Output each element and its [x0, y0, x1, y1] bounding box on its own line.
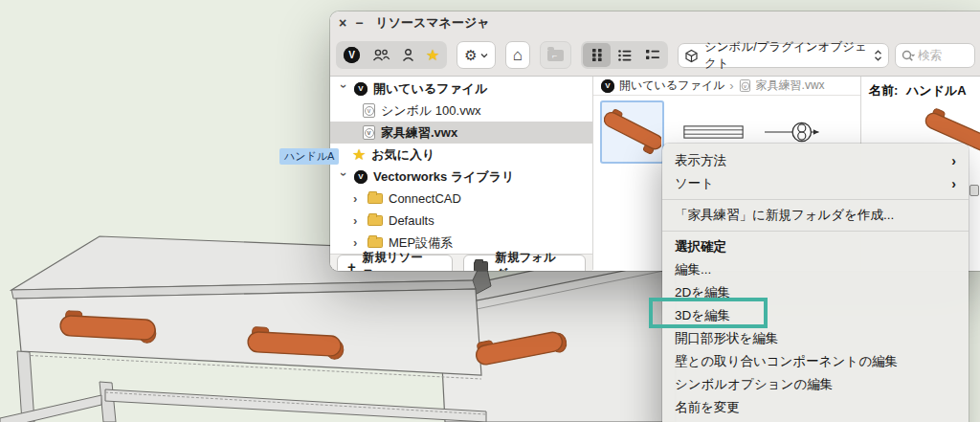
workgroup-libraries-icon[interactable]: [371, 48, 390, 62]
source-filter-group: V ★: [336, 41, 447, 69]
symbol-3d-handle-preview: [604, 104, 661, 160]
vwx-file-icon: [363, 103, 375, 118]
sidebar-item-open-files[interactable]: › V 開いているファイル: [330, 78, 592, 100]
vectorworks-libraries-icon[interactable]: V: [344, 47, 360, 63]
home-icon: ⌂: [513, 46, 523, 65]
name-label: 名前:: [869, 83, 898, 98]
symbol-thumb-handle-a[interactable]: [600, 100, 664, 164]
menu-item-confirm-selection[interactable]: 選択確定: [662, 235, 969, 258]
screenshot-root: × − リソースマネージャ V ★ ⚙: [0, 0, 980, 422]
menu-item-view-options[interactable]: 表示方法 ›: [662, 149, 969, 172]
folder-icon: [368, 193, 383, 204]
annotation-highlight: [649, 298, 768, 328]
search-icon: [902, 50, 915, 62]
tree-item-label: Vectorworks ライブラリ: [373, 168, 514, 186]
partial-resource-icon: [969, 185, 979, 196]
menu-item-rename[interactable]: 名前を変更: [662, 396, 969, 419]
vwx-file-icon: [740, 79, 750, 92]
sidebar-item-connectcad[interactable]: › ConnectCAD: [330, 188, 592, 210]
sidebar-item-kagu-renshu-file[interactable]: 家具練習.vwx: [330, 122, 592, 144]
toolbar: V ★ ⚙ ⌂: [330, 34, 980, 77]
symbol-name-tag[interactable]: ハンドルA: [279, 148, 339, 165]
name-value: ハンドルA: [906, 83, 967, 98]
menu-separator: [662, 199, 969, 200]
vectorworks-icon: V: [354, 170, 368, 184]
vectorworks-icon: V: [601, 79, 614, 93]
detail-view-icon: [646, 50, 659, 60]
resource-type-label: シンボル/プラグインオブジェクト: [704, 39, 868, 72]
breadcrumb: V 開いているファイル › 家具練習.vwx: [593, 77, 860, 96]
folder-up-icon: ⌐: [547, 50, 564, 61]
view-mode-thumbnails[interactable]: [583, 43, 611, 67]
tree-item-label: 家具練習.vwx: [381, 124, 457, 142]
tree-item-label: MEP設備系: [389, 234, 453, 252]
sidebar-item-vectorworks-libraries[interactable]: › V Vectorworks ライブラリ: [330, 166, 592, 188]
chevron-right-icon: ›: [951, 176, 956, 191]
symbol-cube-icon: [684, 49, 699, 63]
breadcrumb-chevron-icon: ›: [729, 78, 733, 93]
grid-view-icon: [591, 49, 603, 61]
new-folder-label: 新規フォルダ...: [495, 250, 575, 271]
tree-item-label: シンボル 100.vwx: [381, 102, 481, 120]
file-tree-pane: › V 開いているファイル シンボル 100.vwx 家具練習.vwx ★: [330, 77, 593, 270]
symbol-2d-lines-preview: [683, 122, 744, 142]
new-resource-label: 新規リソース...: [363, 250, 442, 271]
sidebar-item-favorites[interactable]: ★ お気に入り: [330, 144, 592, 166]
tree-item-label: Defaults: [389, 213, 434, 228]
minimize-icon[interactable]: −: [355, 16, 363, 30]
view-mode-segmented-control: [581, 41, 668, 69]
resource-type-dropdown[interactable]: シンボル/プラグインオブジェクト: [678, 43, 889, 68]
tree-item-label: 開いているファイル: [373, 80, 487, 98]
window-titlebar[interactable]: × − リソースマネージャ: [330, 11, 980, 34]
tree-item-label: ConnectCAD: [389, 191, 461, 206]
chevron-expanded-icon[interactable]: ›: [337, 84, 351, 93]
window-title: リソースマネージャ: [375, 14, 489, 32]
vwx-file-icon: [363, 125, 375, 140]
view-mode-details[interactable]: [638, 43, 666, 67]
folder-icon: [368, 237, 383, 248]
menu-item-edit[interactable]: 編集...: [662, 258, 969, 281]
sidebar-item-defaults[interactable]: › Defaults: [330, 210, 592, 232]
user-libraries-icon[interactable]: [402, 48, 414, 62]
new-folder-icon: [474, 261, 489, 272]
new-folder-button[interactable]: 新規フォルダ...: [463, 255, 586, 271]
menu-separator: [662, 231, 969, 232]
plus-icon: +: [347, 258, 356, 272]
chevron-collapsed-icon[interactable]: ›: [353, 235, 362, 250]
breadcrumb-root[interactable]: 開いているファイル: [619, 78, 724, 94]
star-icon: ★: [352, 147, 366, 163]
chevron-down-icon: [480, 53, 488, 58]
favorites-filter-icon[interactable]: ★: [426, 48, 439, 63]
vectorworks-icon: V: [354, 82, 368, 96]
context-menu: 表示方法 › ソート › 「家具練習」に新規フォルダを作成... 選択確定 編集…: [662, 144, 969, 422]
chevron-expanded-icon[interactable]: ›: [337, 172, 351, 181]
search-field[interactable]: [895, 43, 975, 68]
close-icon[interactable]: ×: [339, 16, 346, 30]
menu-item-edit-symbol-options[interactable]: シンボルオプションの編集: [662, 373, 969, 396]
menu-item-create-folder[interactable]: 「家具練習」に新規フォルダを作成...: [662, 204, 969, 227]
menu-item-edit-wall-component[interactable]: 壁との取り合いコンポーネントの編集: [662, 350, 969, 373]
view-mode-list[interactable]: [611, 43, 638, 67]
tree-footer-bar: + 新規リソース... 新規フォルダ...: [330, 254, 592, 271]
folder-icon: [368, 215, 383, 226]
menu-item-sort[interactable]: ソート ›: [662, 172, 969, 195]
gear-icon: ⚙: [464, 47, 477, 64]
folder-up-button[interactable]: ⌐: [540, 41, 571, 69]
chevron-collapsed-icon[interactable]: ›: [353, 191, 362, 206]
updown-chevrons-icon: [874, 50, 882, 61]
breadcrumb-file[interactable]: 家具練習.vwx: [756, 78, 825, 94]
home-button[interactable]: ⌂: [505, 41, 530, 69]
chevron-collapsed-icon[interactable]: ›: [353, 213, 362, 228]
list-view-icon: [618, 50, 632, 61]
tree-item-label: お気に入り: [371, 146, 434, 164]
settings-button[interactable]: ⚙: [457, 41, 495, 69]
search-input[interactable]: [918, 49, 964, 62]
chevron-right-icon: ›: [951, 153, 956, 168]
sidebar-item-symbol100-file[interactable]: シンボル 100.vwx: [330, 100, 592, 122]
menu-item-edit-opening-shape[interactable]: 開口部形状を編集: [662, 327, 969, 350]
file-tree: › V 開いているファイル シンボル 100.vwx 家具練習.vwx ★: [330, 77, 592, 254]
new-resource-button[interactable]: + 新規リソース...: [337, 255, 453, 271]
